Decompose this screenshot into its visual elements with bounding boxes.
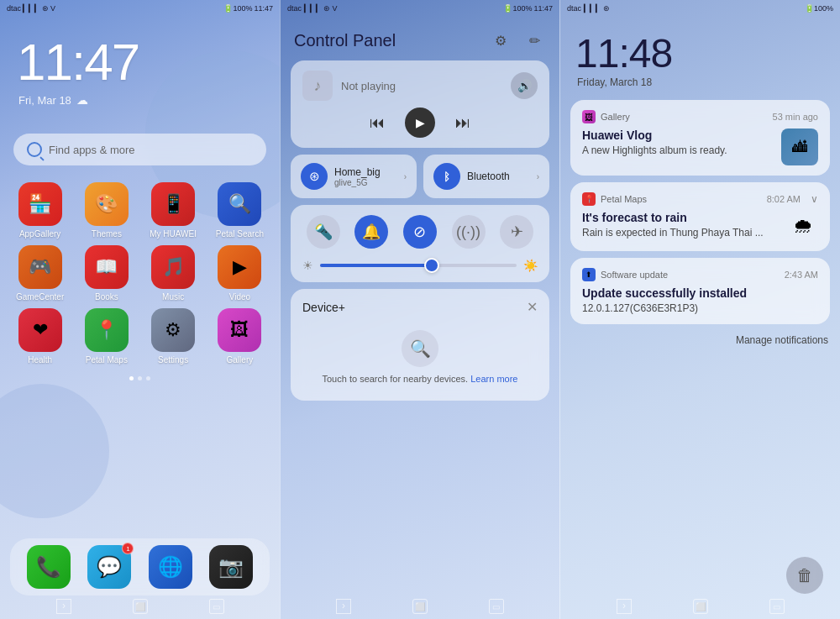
- status-left-panel3: dtac ▎▎▎ ⊛: [567, 4, 610, 13]
- bt-arrow: ›: [537, 172, 539, 181]
- home-button-p2[interactable]: ⬜: [412, 599, 428, 614]
- notif-update-appname: Software update: [601, 270, 668, 280]
- dock-phone[interactable]: 📞: [27, 545, 71, 589]
- app-gamecenter[interactable]: 🎮 GameCenter: [10, 245, 70, 302]
- time-status: 11:47: [254, 4, 273, 13]
- app-icon-appgallery: 🏪: [18, 182, 62, 226]
- manage-notifications[interactable]: Manage notifications: [560, 331, 840, 353]
- device-plus-close[interactable]: ✕: [527, 299, 538, 315]
- notif-maps-header: 📍 Petal Maps 8:02 AM ∨: [582, 192, 818, 206]
- app-grid: 🏪 AppGallery 🎨 Themes 📱 My HUAWEI 🔍 Peta…: [0, 179, 280, 368]
- device-search-icon[interactable]: 🔍: [402, 330, 438, 367]
- prev-button[interactable]: ⏮: [370, 114, 385, 132]
- volume-icon[interactable]: 🔊: [511, 72, 538, 99]
- dock-camera[interactable]: 📷: [209, 545, 253, 589]
- flashlight-toggle[interactable]: 🔦: [307, 215, 340, 249]
- play-button[interactable]: ▶: [405, 108, 435, 138]
- recent-button[interactable]: ▭: [209, 599, 224, 614]
- dock-browser[interactable]: 🌐: [149, 545, 192, 589]
- next-button[interactable]: ⏭: [455, 114, 470, 132]
- app-label-gallery: Gallery: [227, 355, 254, 365]
- status-right-panel1: 🔋100% 11:47: [223, 4, 273, 13]
- hotspot-toggle[interactable]: ((·)): [452, 215, 486, 249]
- expand-icon[interactable]: ∨: [811, 193, 818, 205]
- app-petalsearch[interactable]: 🔍 Petal Search: [210, 182, 270, 239]
- learn-more-link[interactable]: Learn more: [470, 374, 517, 384]
- notif-update[interactable]: ⬆ Software update 2:43 AM Update success…: [570, 258, 830, 324]
- toggle-row: 🔦 🔔 ⊘ ((·)) ✈ ☀ ☀️: [291, 205, 549, 282]
- battery-bluetooth-icon: 🔋100%: [223, 4, 252, 13]
- app-gallery[interactable]: 🖼 Gallery: [210, 308, 270, 365]
- media-card: ♪ Not playing 🔊 ⏮ ▶ ⏭: [291, 60, 549, 148]
- update-app-icon: ⬆: [582, 268, 596, 281]
- app-label-video: Video: [229, 292, 250, 302]
- app-icon-petalmaps: 📍: [85, 308, 129, 352]
- brightness-fill: [320, 264, 428, 267]
- back-button-p2[interactable]: ‹: [336, 599, 351, 614]
- brightness-high-icon: ☀️: [523, 259, 538, 272]
- bluetooth-tile[interactable]: ᛒ Bluetooth ›: [423, 155, 549, 198]
- app-themes[interactable]: 🎨 Themes: [76, 182, 136, 239]
- app-label-themes: Themes: [92, 229, 122, 239]
- app-petalmaps[interactable]: 📍 Petal Maps: [76, 308, 136, 365]
- dock-messages[interactable]: 💬 1: [87, 545, 131, 589]
- lock-date: Friday, March 18: [560, 76, 840, 100]
- rain-icon: 🌧: [788, 211, 818, 241]
- back-button[interactable]: ‹: [56, 599, 71, 614]
- carrier-text-p3: dtac ▎▎▎ ⊛: [567, 4, 610, 13]
- brightness-row: ☀ ☀️: [299, 259, 541, 272]
- app-settings[interactable]: ⚙ Settings: [144, 308, 203, 365]
- nav-bar-panel2: ‹ ⬜ ▭: [281, 597, 559, 616]
- app-icon-music: 🎵: [151, 245, 195, 289]
- back-button-p3[interactable]: ‹: [617, 599, 632, 614]
- wifi-arrow: ›: [404, 172, 407, 181]
- bt-label: Bluetooth: [467, 170, 530, 182]
- wifi-name: Home_big: [334, 166, 397, 178]
- app-appgallery[interactable]: 🏪 AppGallery: [10, 182, 70, 239]
- airplane-toggle[interactable]: ✈: [500, 215, 533, 249]
- notif-gallery[interactable]: 🖼 Gallery 53 min ago Huawei Vlog A new H…: [570, 100, 830, 176]
- battery-bt-p2: 🔋100%: [503, 4, 532, 13]
- home-screen-panel: dtac ▎▎▎ ⊛ V 🔋100% 11:47 11:47 Fri, Mar …: [0, 0, 280, 619]
- edit-icon[interactable]: ✏: [522, 29, 546, 52]
- app-label-petalmaps: Petal Maps: [86, 355, 128, 365]
- app-video[interactable]: ▶ Video: [210, 245, 270, 302]
- brightness-track[interactable]: [320, 264, 517, 267]
- app-music[interactable]: 🎵 Music: [144, 245, 203, 302]
- app-myhuawei[interactable]: 📱 My HUAWEI: [144, 182, 203, 239]
- media-top: ♪ Not playing 🔊: [302, 71, 538, 101]
- home-button-p3[interactable]: ⬜: [693, 599, 708, 614]
- recent-button-p3[interactable]: ▭: [769, 599, 785, 614]
- notif-petalmaps[interactable]: 📍 Petal Maps 8:02 AM ∨ It's forecast to …: [570, 182, 830, 251]
- app-health[interactable]: ❤ Health: [10, 308, 70, 365]
- maps-app-icon: 📍: [582, 192, 596, 206]
- app-icon-settings: ⚙: [151, 308, 195, 352]
- wifi-tile[interactable]: ⊛ Home_big glive_5G ›: [291, 155, 417, 198]
- notif-gallery-body: A new Highlights album is ready.: [582, 144, 774, 156]
- notification-panel: dtac ▎▎▎ ⊛ 🔋100% 11:48 Friday, March 18 …: [559, 0, 840, 619]
- recent-button-p2[interactable]: ▭: [489, 599, 504, 614]
- notification-toggle[interactable]: 🔔: [354, 215, 388, 249]
- dock: 📞 💬 1 🌐 📷: [10, 538, 270, 595]
- app-label-myhuawei: My HUAWEI: [150, 229, 197, 239]
- clear-notifications-button[interactable]: 🗑: [786, 557, 823, 594]
- home-time: 11:47: [0, 17, 280, 92]
- nav-bar-panel1: ‹ ⬜ ▭: [0, 597, 280, 616]
- settings-icon[interactable]: ⚙: [489, 29, 512, 52]
- status-left-panel1: dtac ▎▎▎ ⊛ V: [7, 4, 55, 13]
- toggle-icons: 🔦 🔔 ⊘ ((·)) ✈: [299, 215, 541, 249]
- notif-gallery-title: Huawei Vlog: [582, 129, 774, 142]
- control-panel-title: Control Panel: [294, 31, 396, 50]
- device-plus-header: Device+ ✕: [302, 299, 538, 315]
- search-bar[interactable]: Find apps & more: [13, 134, 266, 165]
- app-icon-video: ▶: [218, 245, 261, 289]
- dot-1: [129, 376, 134, 380]
- notif-maps-body: Rain is expected in Thung Phaya Thai ...: [582, 227, 788, 239]
- nodisturb-toggle[interactable]: ⊘: [403, 215, 437, 249]
- notif-gallery-appname: Gallery: [601, 112, 630, 122]
- notif-maps-title: It's forecast to rain: [582, 211, 788, 224]
- app-books[interactable]: 📖 Books: [76, 245, 136, 302]
- app-label-books: Books: [95, 292, 118, 302]
- notif-update-header: ⬆ Software update 2:43 AM: [582, 268, 818, 281]
- home-button[interactable]: ⬜: [133, 599, 148, 614]
